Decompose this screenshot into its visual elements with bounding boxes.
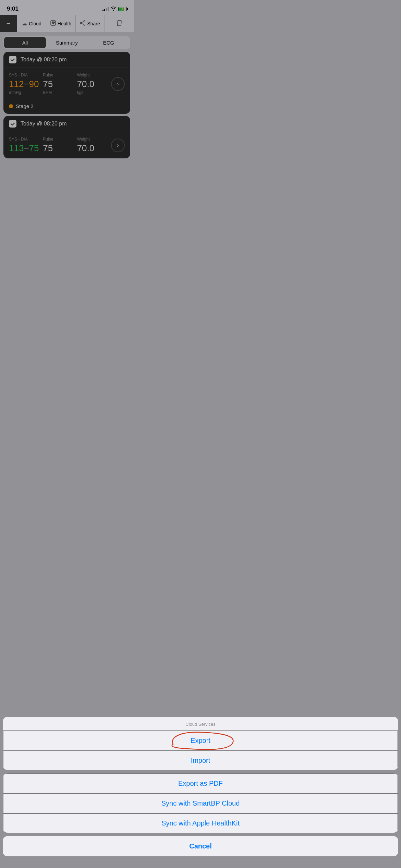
action-sheet-overlay[interactable] bbox=[0, 0, 134, 289]
